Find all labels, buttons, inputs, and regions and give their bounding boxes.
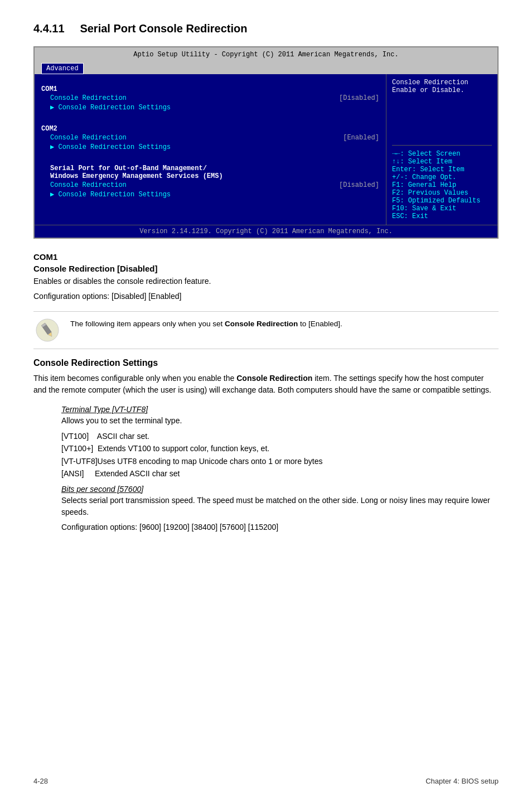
ansi-option: [ANSI] Extended ASCII char set xyxy=(61,467,499,480)
section-heading-text: Serial Port Console Redirection xyxy=(80,22,247,35)
settings-section: Console Redirection Settings This item b… xyxy=(33,358,499,396)
pencil-icon xyxy=(36,318,59,342)
bios-com2-settings: ▶ Console Redirection Settings xyxy=(41,143,379,151)
vt100-option: [VT100] ASCII char set. xyxy=(61,430,499,442)
bios-key-hints: →←: Select Screen ↑↓: Select Item Enter:… xyxy=(392,150,492,220)
bios-header: Aptio Setup Utility - Copyright (C) 2011… xyxy=(35,47,497,62)
bios-key-f10: F10: Save & Exit xyxy=(392,205,492,212)
bios-key-change: +/-: Change Opt. xyxy=(392,173,492,181)
bios-help-text: Consloe Redirection Enable or Disable. xyxy=(392,79,492,146)
section-number: 4.4.11 xyxy=(33,22,65,35)
com1-section: COM1 Console Redirection [Disabled] Enab… xyxy=(33,252,499,302)
footer-chapter: Chapter 4: BIOS setup xyxy=(425,777,499,785)
com1-heading: COM1 xyxy=(33,252,499,262)
terminal-type-desc: Allows you to set the terminal type. xyxy=(61,415,499,427)
bios-right-panel: Consloe Redirection Enable or Disable. →… xyxy=(386,74,497,225)
bios-serial-console-row: Console Redirection [Disabled] xyxy=(41,181,379,189)
bios-com1-console-label: Console Redirection xyxy=(50,94,127,102)
bios-com1-label: COM1 xyxy=(41,85,379,93)
vt100plus-option: [VT100+] Extends VT100 to support color,… xyxy=(61,442,499,455)
bios-serial-settings: ▶ Console Redirection Settings xyxy=(41,190,379,199)
bios-main-content: COM1 Console Redirection [Disabled] ▶ Co… xyxy=(35,74,497,225)
bios-tab-advanced: Advanced xyxy=(41,63,84,74)
bios-com2-console-label: Console Redirection xyxy=(50,134,127,142)
bios-com1-console-value: [Disabled] xyxy=(339,94,379,102)
bios-key-select-item: ↑↓: Select Item xyxy=(392,158,492,166)
bios-serial-console-label: Console Redirection xyxy=(50,181,127,189)
note-icon xyxy=(33,318,61,342)
bios-left-panel: COM1 Console Redirection [Disabled] ▶ Co… xyxy=(35,74,386,225)
bios-com1-settings: ▶ Console Redirection Settings xyxy=(41,103,379,112)
note-content: The following item appears only when you… xyxy=(70,318,342,330)
settings-desc: This item becomes configurable only when… xyxy=(33,373,499,396)
bios-tab-bar: Advanced xyxy=(35,62,497,74)
console-redirection-heading: Console Redirection [Disabled] xyxy=(33,264,499,273)
section-title: 4.4.11 Serial Port Console Redirection xyxy=(33,22,499,35)
terminal-type-label: Terminal Type [VT-UTF8] xyxy=(61,405,499,414)
settings-heading: Console Redirection Settings xyxy=(33,358,499,368)
bios-key-enter: Enter: Select Item xyxy=(392,166,492,173)
bios-footer: Version 2.14.1219. Copyright (C) 2011 Am… xyxy=(35,225,497,238)
console-redirection-options: Configuration options: [Disabled] [Enabl… xyxy=(33,291,499,302)
bios-screenshot: Aptio Setup Utility - Copyright (C) 2011… xyxy=(33,46,499,239)
vtutf8-option: [VT-UTF8]Uses UTF8 encoding to map Unico… xyxy=(61,455,499,467)
console-redirection-desc: Enables or disables the console redirect… xyxy=(33,276,499,287)
page-footer: 4-28 Chapter 4: BIOS setup xyxy=(33,777,499,785)
bios-key-esc: ESC: Exit xyxy=(392,212,492,220)
bios-serial-line1: Serial Port for Out-of-Band Management/ xyxy=(41,165,379,172)
bits-block: Bits per second [57600] Selects serial p… xyxy=(33,485,499,533)
bios-com2-label: COM2 xyxy=(41,125,379,133)
bits-desc: Selects serial port transmission speed. … xyxy=(61,495,499,518)
footer-page-number: 4-28 xyxy=(33,777,48,785)
note-box: The following item appears only when you… xyxy=(33,311,499,349)
bios-key-select-screen: →←: Select Screen xyxy=(392,150,492,158)
bits-options: Configuration options: [9600] [19200] [3… xyxy=(61,521,499,533)
terminal-type-block: Terminal Type [VT-UTF8] Allows you to se… xyxy=(33,405,499,480)
bios-key-f1: F1: General Help xyxy=(392,181,492,189)
bios-key-f5: F5: Optimized Defaults xyxy=(392,197,492,205)
bios-com1-console-row: Console Redirection [Disabled] xyxy=(41,94,379,102)
bios-com2-console-row: Console Redirection [Enabled] xyxy=(41,134,379,142)
bios-serial-console-value: [Disabled] xyxy=(339,181,379,189)
bios-com2-console-value: [Enabled] xyxy=(343,134,379,142)
bios-serial-line2: Windows Emergency Management Services (E… xyxy=(41,172,379,180)
bios-key-f2: F2: Previous Values xyxy=(392,189,492,197)
bits-label: Bits per second [57600] xyxy=(61,485,499,494)
